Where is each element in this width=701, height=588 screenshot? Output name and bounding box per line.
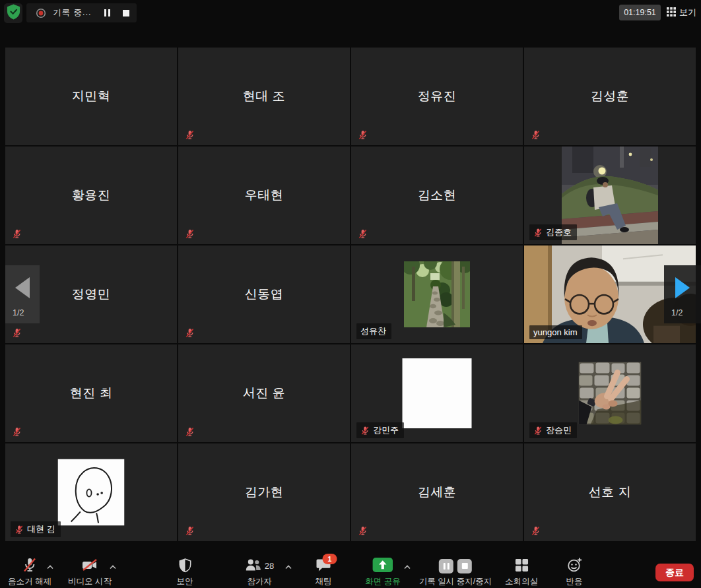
mic-muted-icon (358, 229, 368, 239)
participant-tile-avatar[interactable]: 강민주 (351, 344, 523, 442)
share-screen-icon (372, 558, 393, 574)
participant-gallery: 지민혁 현대 조 정유진 김성훈 황용진 (5, 48, 696, 541)
share-screen-button[interactable]: 화면 공유 (365, 558, 400, 587)
view-button[interactable]: 보기 (667, 6, 696, 19)
stop-recording-toolbar-button[interactable] (457, 559, 472, 573)
participant-name: 현진 최 (5, 344, 177, 442)
participant-tile[interactable]: 선호 지 (524, 443, 696, 541)
mic-muted-icon (531, 130, 541, 140)
mic-muted-icon (360, 426, 370, 435)
shield-icon (178, 558, 191, 575)
participant-name: 장승민 (546, 424, 572, 436)
page-indicator: 1/2 (671, 308, 683, 317)
participants-count: 28 (265, 561, 274, 571)
next-page-button[interactable]: 1/2 (664, 265, 701, 323)
camera-off-icon (81, 557, 98, 575)
participants-icon (245, 558, 262, 574)
start-video-label: 비디오 시작 (68, 576, 112, 587)
reactions-button[interactable]: 반응 (566, 558, 583, 587)
mic-muted-icon (185, 130, 195, 140)
participants-button[interactable]: 28 참가자 (245, 558, 274, 587)
mic-muted-icon (533, 426, 543, 435)
recording-controls-label: 기록 일시 중지/중지 (419, 576, 492, 587)
reactions-label: 반응 (566, 576, 583, 587)
mic-muted-icon (185, 328, 195, 338)
participant-tile[interactable]: 김성훈 (524, 48, 696, 145)
page-indicator: 1/2 (13, 308, 24, 317)
participant-name-label: 성유찬 (356, 323, 391, 339)
participant-tile[interactable]: 김세훈 (351, 443, 523, 541)
participant-name: 김세훈 (351, 443, 523, 541)
mic-muted-icon (22, 557, 38, 575)
participant-tile-avatar[interactable]: 장승민 (524, 344, 696, 442)
participant-tile-avatar[interactable]: 대현 김 (5, 443, 177, 541)
breakout-rooms-label: 소회의실 (505, 576, 538, 587)
participant-tile[interactable]: 현진 최 (5, 344, 177, 442)
record-dot-icon (36, 8, 46, 18)
previous-page-arrow-icon (15, 277, 30, 298)
participant-tile[interactable]: 서진 윤 (178, 344, 350, 442)
share-screen-label: 화면 공유 (365, 576, 400, 587)
chat-unread-badge: 1 (323, 554, 337, 564)
participant-tile[interactable]: 황용진 (5, 147, 177, 244)
top-bar: 기록 중... 01:19:51 보기 (0, 0, 701, 26)
reactions-smiley-plus-icon (566, 557, 582, 575)
participant-name: 선호 지 (524, 443, 696, 541)
security-shield-icon (7, 4, 20, 22)
start-video-button[interactable]: 비디오 시작 (68, 558, 112, 587)
breakout-rooms-button[interactable]: 소회의실 (505, 558, 538, 587)
participant-name-label: 장승민 (529, 422, 577, 438)
recording-controls: 기록 일시 중지/중지 (419, 558, 492, 587)
mic-muted-icon (533, 228, 543, 237)
security-label: 보안 (177, 576, 193, 587)
chat-button[interactable]: 1 채팅 (316, 558, 332, 587)
participant-name: 김종호 (546, 226, 572, 238)
participant-tile[interactable]: 현대 조 (178, 48, 350, 145)
stop-recording-button[interactable] (110, 10, 129, 16)
forest-path-avatar (404, 261, 470, 327)
stop-icon (461, 563, 467, 569)
pause-icon (104, 9, 110, 16)
video-options-chevron[interactable] (110, 565, 117, 570)
participant-name: 정유진 (351, 48, 523, 145)
mic-muted-icon (15, 525, 24, 534)
participant-name: 김가현 (178, 443, 350, 541)
unmute-label: 음소거 해제 (8, 576, 51, 587)
pause-recording-toolbar-button[interactable] (439, 559, 453, 573)
audio-options-chevron[interactable] (47, 565, 54, 570)
share-options-chevron[interactable] (404, 565, 411, 570)
white-square-avatar (403, 358, 472, 428)
mic-muted-icon (185, 427, 195, 437)
participant-tile[interactable]: 지민혁 (5, 48, 177, 145)
participant-tile[interactable]: 김소현 (351, 147, 523, 244)
meeting-timer: 01:19:51 (619, 5, 661, 20)
mic-muted-icon (185, 526, 195, 536)
end-meeting-button[interactable]: 종료 (655, 564, 694, 581)
mic-muted-icon (358, 130, 368, 140)
mic-muted-icon (12, 427, 22, 437)
participant-name: 지민혁 (5, 48, 177, 145)
view-button-label: 보기 (679, 7, 696, 18)
grid-view-icon (667, 7, 676, 18)
participant-tile[interactable]: 우태현 (178, 147, 350, 244)
recording-indicator: 기록 중... (26, 3, 137, 22)
meeting-toolbar: 음소거 해제 비디오 시작 보안 (0, 554, 701, 588)
participant-tile[interactable]: 김가현 (178, 443, 350, 541)
participant-tile-avatar[interactable]: 성유찬 (351, 245, 523, 343)
participant-name-label: 김종호 (529, 224, 577, 240)
mic-muted-icon (185, 229, 195, 239)
mic-muted-icon (12, 229, 22, 239)
participant-name: 성유찬 (360, 325, 386, 337)
unmute-button[interactable]: 음소거 해제 (8, 558, 51, 587)
zoom-meeting-window: { "top_bar": { "security_shield_icon": "… (0, 0, 701, 588)
participant-tile-video[interactable]: 김종호 (524, 147, 696, 244)
participants-options-chevron[interactable] (285, 565, 292, 570)
participant-tile[interactable]: 정유진 (351, 48, 523, 145)
mic-muted-icon (531, 526, 541, 536)
security-button[interactable]: 보안 (177, 558, 193, 587)
participant-tile[interactable]: 신동엽 (178, 245, 350, 343)
participant-name: 신동엽 (178, 245, 350, 343)
pause-recording-button[interactable] (104, 9, 110, 16)
previous-page-button[interactable]: 1/2 (5, 265, 40, 323)
meeting-info-shield-button[interactable] (4, 3, 22, 23)
